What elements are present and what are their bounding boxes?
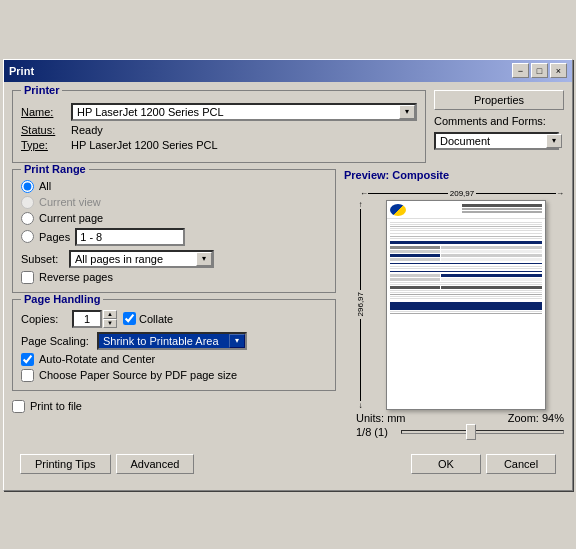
printer-status-row: Status: Ready (21, 124, 417, 136)
collate-checkbox[interactable] (123, 312, 136, 325)
current-page-label: Current page (39, 212, 103, 224)
right-top-panel: Properties Comments and Forms: Document … (434, 90, 564, 150)
slider-thumb[interactable] (466, 424, 476, 440)
page-scaling-select[interactable]: Shrink to Printable Area (97, 332, 247, 350)
current-page-radio[interactable] (21, 212, 34, 225)
preview-title: Preview: Composite (344, 169, 564, 181)
left-buttons: Printing Tips Advanced (20, 454, 194, 474)
all-radio[interactable] (21, 180, 34, 193)
auto-rotate-checkbox[interactable] (21, 353, 34, 366)
minimize-button[interactable]: − (512, 63, 529, 78)
doc-table3 (390, 250, 542, 253)
status-value: Ready (71, 124, 103, 136)
units-zoom-row: Units: mm Zoom: 94% (356, 410, 564, 426)
current-view-label: Current view (39, 196, 101, 208)
current-view-radio[interactable] (21, 196, 34, 209)
height-dim-label: 296,97 (356, 290, 365, 318)
print-to-file-row: Print to file (12, 400, 336, 413)
print-to-file-label: Print to file (30, 400, 82, 412)
subset-select[interactable]: All pages in range (69, 250, 214, 268)
printer-group-label: Printer (21, 84, 62, 96)
pages-input[interactable] (75, 228, 185, 246)
doc-section3 (390, 278, 542, 281)
page-scaling-label: Page Scaling: (21, 335, 91, 347)
width-dim-label: 209,97 (448, 189, 476, 198)
comments-select-wrapper: Document ▾ (434, 132, 564, 150)
doc-section4 (390, 286, 542, 289)
advanced-button[interactable]: Advanced (116, 454, 195, 474)
title-bar-buttons: − □ × (512, 63, 567, 78)
doc-table2 (390, 246, 542, 249)
properties-button[interactable]: Properties (434, 90, 564, 110)
copies-input[interactable] (72, 310, 102, 328)
document-preview (386, 200, 546, 410)
collate-row: Collate (123, 312, 173, 325)
type-label: Type: (21, 139, 66, 151)
page-handling-group: Page Handling Copies: ▲ ▼ Collat (12, 299, 336, 391)
current-page-row: Current page (21, 212, 327, 225)
preview-area: ← 209,97 → ↑ 296,97 ↓ (344, 189, 564, 442)
subset-select-wrapper: All pages in range ▾ (69, 250, 214, 268)
copies-row: Copies: ▲ ▼ Collate (21, 310, 327, 328)
paper-source-checkbox[interactable] (21, 369, 34, 382)
all-radio-row: All (21, 180, 327, 193)
printing-tips-button[interactable]: Printing Tips (20, 454, 111, 474)
current-view-row: Current view (21, 196, 327, 209)
printer-name-row: Name: ▾ (21, 103, 417, 121)
paper-source-row: Choose Paper Source by PDF page size (21, 369, 327, 382)
auto-rotate-label: Auto-Rotate and Center (39, 353, 155, 365)
page-info: 1/8 (1) (356, 426, 396, 438)
copies-spinbox: ▲ ▼ (72, 310, 117, 328)
all-label: All (39, 180, 51, 192)
print-range-label: Print Range (21, 163, 89, 175)
pages-radio[interactable] (21, 230, 34, 243)
print-to-file-checkbox[interactable] (12, 400, 25, 413)
title-bar: Print − □ × (4, 60, 572, 82)
doc-section2 (390, 274, 542, 277)
eu-logo (390, 204, 406, 216)
printer-name-input[interactable] (71, 103, 417, 121)
doc-header (387, 201, 545, 219)
page-slider[interactable] (401, 430, 564, 434)
reverse-pages-checkbox[interactable] (21, 271, 34, 284)
doc-title-lines (462, 204, 542, 216)
copies-spin-buttons: ▲ ▼ (103, 310, 117, 328)
pages-label: Pages (39, 231, 70, 243)
close-button[interactable]: × (550, 63, 567, 78)
comments-select[interactable]: Document (434, 132, 559, 150)
dialog-content: Printer Name: ▾ Status: Ready Type: HP L… (4, 82, 572, 490)
maximize-button[interactable]: □ (531, 63, 548, 78)
height-dimension: ↑ 296,97 ↓ (356, 200, 365, 410)
cancel-button[interactable]: Cancel (486, 454, 556, 474)
copies-up-button[interactable]: ▲ (103, 310, 117, 319)
collate-label-text: Collate (139, 313, 173, 325)
comments-label: Comments and Forms: (434, 115, 564, 127)
page-scaling-select-wrapper: Shrink to Printable Area ▾ (97, 332, 247, 350)
page-scaling-row: Page Scaling: Shrink to Printable Area ▾ (21, 332, 327, 350)
right-panel: Preview: Composite ← 209,97 → ↑ (344, 169, 564, 442)
subset-label: Subset: (21, 253, 63, 265)
units-label: Units: mm (356, 412, 406, 424)
doc-table5 (390, 258, 542, 261)
bottom-bar: Printing Tips Advanced OK Cancel (12, 448, 564, 482)
subset-row: Subset: All pages in range ▾ (21, 250, 327, 268)
dialog-title: Print (9, 65, 34, 77)
print-dialog: Print − □ × Printer Name: ▾ Status: (3, 59, 573, 491)
page-slider-row: 1/8 (1) (356, 426, 564, 438)
paper-source-label: Choose Paper Source by PDF page size (39, 369, 237, 381)
main-area: Print Range All Current view Current pag… (12, 169, 564, 442)
pages-row: Pages (21, 228, 327, 246)
name-label: Name: (21, 106, 66, 118)
doc-table4 (390, 254, 542, 257)
preview-doc-wrapper: ↑ 296,97 ↓ (356, 200, 564, 410)
ok-button[interactable]: OK (411, 454, 481, 474)
reverse-pages-row: Reverse pages (21, 271, 327, 284)
reverse-pages-label: Reverse pages (39, 271, 113, 283)
zoom-label: Zoom: 94% (508, 412, 564, 424)
copies-down-button[interactable]: ▼ (103, 319, 117, 328)
left-panel: Print Range All Current view Current pag… (12, 169, 336, 442)
printer-type-row: Type: HP LaserJet 1200 Series PCL (21, 139, 417, 151)
copies-label: Copies: (21, 313, 66, 325)
doc-body (387, 219, 545, 317)
print-range-group: Print Range All Current view Current pag… (12, 169, 336, 293)
